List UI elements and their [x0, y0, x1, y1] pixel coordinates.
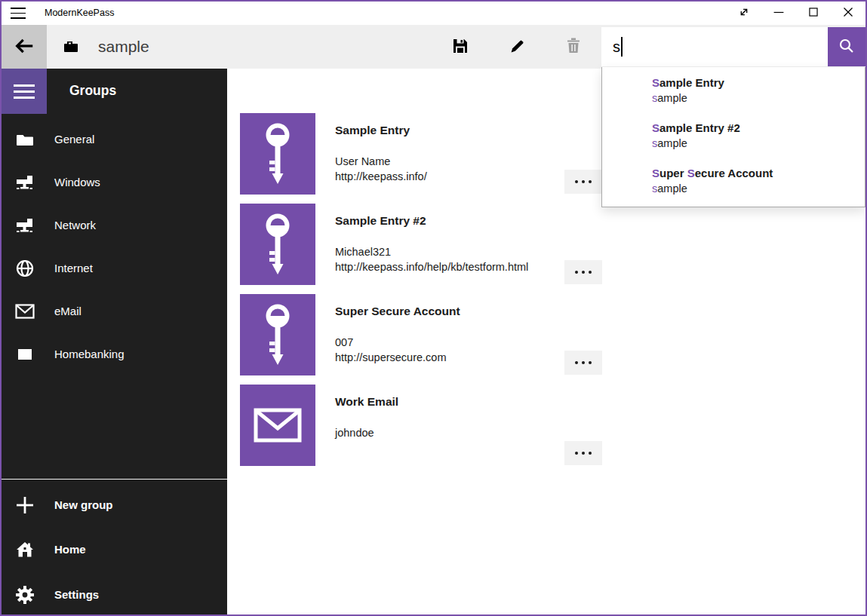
key-icon	[240, 294, 315, 375]
more-button[interactable]	[564, 441, 602, 465]
delete-button[interactable]	[558, 32, 589, 62]
entry-row[interactable]: Sample Entry #2 Michael321 http://keepas…	[240, 204, 844, 285]
mail-icon	[240, 385, 315, 466]
sidebar-item-home[interactable]: Home	[2, 528, 227, 571]
search-go-button[interactable]	[828, 27, 865, 66]
search-suggestion[interactable]: Super Secure Account sample	[652, 166, 865, 196]
maximize-button[interactable]	[796, 2, 831, 25]
sidebar-item-label: Home	[54, 543, 86, 556]
window-controls	[727, 2, 865, 25]
minimize-icon	[770, 4, 787, 23]
mail-icon	[15, 303, 35, 320]
sidebar-item-general[interactable]: General	[2, 118, 227, 161]
entry-url: http://keepass.info/	[335, 169, 427, 184]
more-button[interactable]	[564, 260, 602, 284]
entry-title: Sample Entry #2	[335, 213, 528, 228]
suggestion-title: Sample Entry #2	[652, 121, 865, 136]
square-icon	[15, 347, 35, 362]
ellipsis-icon	[575, 361, 592, 364]
nav-hamburger-button[interactable]	[2, 69, 47, 114]
sidebar-item-internet[interactable]: Internet	[2, 247, 227, 290]
plus-icon	[15, 495, 35, 515]
save-icon	[451, 37, 469, 57]
sidebar-item-label: Windows	[54, 176, 100, 188]
sidebar-item-label: New group	[54, 498, 113, 511]
sidebar-item-new-group[interactable]: New group	[2, 483, 227, 526]
network-icon	[15, 173, 35, 192]
sidebar-item-label: Homebanking	[54, 348, 125, 360]
titlebar: ModernKeePass	[2, 2, 865, 25]
groups-header: Groups	[69, 83, 116, 99]
gear-icon	[15, 585, 35, 605]
ellipsis-icon	[575, 271, 592, 274]
suggestion-title: Super Secure Account	[652, 166, 865, 181]
sidebar-item-label: Settings	[54, 588, 99, 601]
minimize-button[interactable]	[761, 2, 796, 25]
search-suggestions-popup: Sample Entry sample Sample Entry #2 samp…	[601, 67, 865, 207]
entry-username: 007	[335, 335, 460, 350]
more-button[interactable]	[564, 351, 602, 375]
expand-icon	[736, 4, 752, 23]
pencil-icon	[509, 37, 527, 57]
save-button[interactable]	[445, 32, 475, 62]
search-query-text: s	[613, 38, 620, 56]
suggestion-subtitle: sample	[652, 136, 865, 151]
sidebar-item-label: Internet	[54, 262, 93, 274]
app-window: ModernKeePass	[0, 0, 867, 616]
sidebar-item-label: General	[54, 133, 94, 146]
search-box: s	[601, 27, 865, 66]
sidebar-item-email[interactable]: eMail	[2, 290, 227, 333]
sidebar-item-label: Network	[54, 219, 96, 231]
search-suggestion[interactable]: Sample Entry sample	[652, 75, 865, 106]
ellipsis-icon	[575, 180, 592, 183]
sidebar-item-settings[interactable]: Settings	[2, 573, 227, 616]
window-title: ModernKeePass	[45, 2, 114, 25]
search-icon	[838, 37, 856, 57]
search-suggestion[interactable]: Sample Entry #2 sample	[652, 121, 865, 151]
sidebar-item-homebanking[interactable]: Homebanking	[2, 333, 227, 375]
entry-url: http://keepass.info/help/kb/testform.htm…	[335, 259, 528, 274]
entry-username: johndoe	[335, 425, 398, 440]
trash-icon	[564, 37, 583, 57]
maximize-icon	[805, 4, 822, 23]
text-caret	[621, 37, 623, 57]
hamburger-icon	[14, 84, 35, 99]
entry-title: Super Secure Account	[335, 304, 460, 319]
hamburger-icon[interactable]	[11, 8, 26, 19]
suggestion-title: Sample Entry	[652, 75, 865, 90]
edit-button[interactable]	[503, 32, 533, 62]
sidebar-item-label: eMail	[54, 305, 81, 317]
back-arrow-icon	[13, 35, 35, 60]
key-icon	[240, 204, 315, 285]
ellipsis-icon	[575, 452, 592, 455]
entry-row[interactable]: Super Secure Account 007 http://supersec…	[240, 294, 844, 375]
search-input[interactable]: s	[601, 27, 828, 66]
entry-title: Sample Entry	[335, 123, 427, 138]
database-title: sample	[98, 25, 149, 69]
entry-url: http://supersecure.com	[335, 350, 460, 365]
entry-row[interactable]: Work Email johndoe	[240, 385, 844, 466]
entry-username: User Name	[335, 154, 427, 169]
network-icon	[15, 216, 35, 234]
close-button[interactable]	[831, 2, 865, 25]
key-icon	[240, 113, 315, 195]
home-icon	[15, 541, 35, 559]
folder-icon	[15, 130, 35, 149]
sidebar-item-network[interactable]: Network	[2, 204, 227, 247]
more-button[interactable]	[564, 170, 602, 194]
close-icon	[840, 4, 856, 23]
entry-title: Work Email	[335, 394, 398, 409]
fullscreen-button[interactable]	[727, 2, 761, 25]
back-button[interactable]	[2, 25, 47, 69]
database-icon	[62, 38, 80, 59]
suggestion-subtitle: sample	[652, 90, 865, 106]
command-bar: sample s	[2, 25, 865, 69]
sidebar-item-windows[interactable]: Windows	[2, 161, 227, 204]
suggestion-subtitle: sample	[652, 181, 865, 196]
entry-username: Michael321	[335, 244, 528, 259]
globe-icon	[15, 259, 35, 278]
sidebar: Groups General Windows Network Internet	[2, 69, 227, 614]
sidebar-separator	[2, 479, 227, 480]
